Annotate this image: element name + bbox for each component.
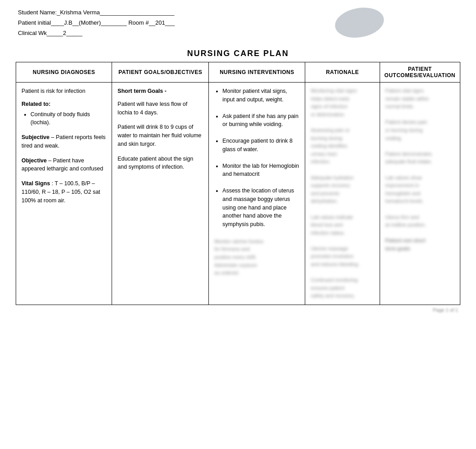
header-interventions: NURSING INTERVENTIONS	[209, 62, 305, 83]
goals-cell: Short term Goals - Patient will have les…	[112, 83, 209, 305]
page-title: NURSING CARE PLAN	[16, 44, 460, 62]
short-term-label: Short term Goals -	[117, 87, 203, 96]
logo-oval	[333, 4, 386, 41]
watermark: Page 1 of 1	[0, 305, 476, 315]
interventions-cell: Monitor patient vital signs, input and o…	[209, 83, 305, 305]
list-item: Ask patient if she has any pain or burni…	[222, 112, 299, 129]
list-item: Encourage patient to drink 8 glass of wa…	[222, 137, 299, 154]
subjective-section: Subjective – Patient reports feels tired…	[22, 133, 106, 150]
clinical-wk-line: Clinical Wk_____2_____	[18, 30, 458, 36]
goals-item3: Educate patient about the sign and sympt…	[117, 155, 203, 172]
diagnosis-main: Patient is risk for infection	[22, 87, 106, 96]
outcomes-cell: Patient vital signs remain stable within…	[380, 83, 460, 305]
header-rationale: RATIONALE	[305, 62, 380, 83]
list-item: Assess the location of uterus and massag…	[222, 187, 299, 229]
vital-signs-section: Vital Signs : T – 100.5, B/P – 110/60, R…	[22, 179, 106, 205]
header-goals: PATIENT GOALS/OBJECTIVES	[112, 62, 209, 83]
header-outcomes: PATIENT OUTCOMES/EVALUATION	[380, 62, 460, 83]
objective-label: Objective	[22, 157, 47, 164]
main-wrapper: NURSING CARE PLAN NURSING DIAGNOSES PATI…	[0, 44, 476, 305]
diagnoses-cell: Patient is risk for infection Related to…	[16, 83, 112, 305]
goals-item2: Patient will drink 8 to 9 cups of water …	[117, 123, 203, 148]
care-plan-table: NURSING DIAGNOSES PATIENT GOALS/OBJECTIV…	[16, 62, 460, 305]
related-to-label: Related to:	[22, 100, 106, 109]
outcomes-blurred: Patient vital signs remain stable within…	[385, 87, 454, 253]
diagnosis-related-list: Continuity of body fluids (lochia).	[22, 110, 106, 127]
list-item: Monitor the lab for Hemoglobin and hemat…	[222, 162, 299, 179]
vital-label: Vital Signs	[22, 180, 50, 187]
subjective-label: Subjective	[22, 134, 50, 140]
rationale-cell: Monitoring vital signs helps detect earl…	[305, 83, 380, 305]
table-row: Patient is risk for infection Related to…	[16, 83, 460, 305]
objective-section: Objective – Patient have appeared lethar…	[22, 157, 106, 174]
header-diagnoses: NURSING DIAGNOSES	[16, 62, 112, 83]
header-section: Student Name:_Krishma Verma_____________…	[0, 0, 476, 44]
goals-item1: Patient will have less flow of lochia to…	[117, 100, 203, 117]
rationale-blurred: Monitoring vital signs helps detect earl…	[311, 87, 374, 300]
logo-container	[333, 4, 386, 40]
list-item: Monitor patient vital signs, input and o…	[222, 87, 299, 104]
patient-info-line: Patient initial____J.B__(Mother)________…	[18, 19, 458, 26]
interventions-list: Monitor patient vital signs, input and o…	[214, 87, 299, 229]
interventions-blurred: Monitor uterine fundus for firmness and …	[214, 238, 299, 277]
list-item: Continuity of body fluids (lochia).	[30, 110, 106, 127]
student-name-line: Student Name:_Krishma Verma_____________…	[18, 9, 458, 16]
